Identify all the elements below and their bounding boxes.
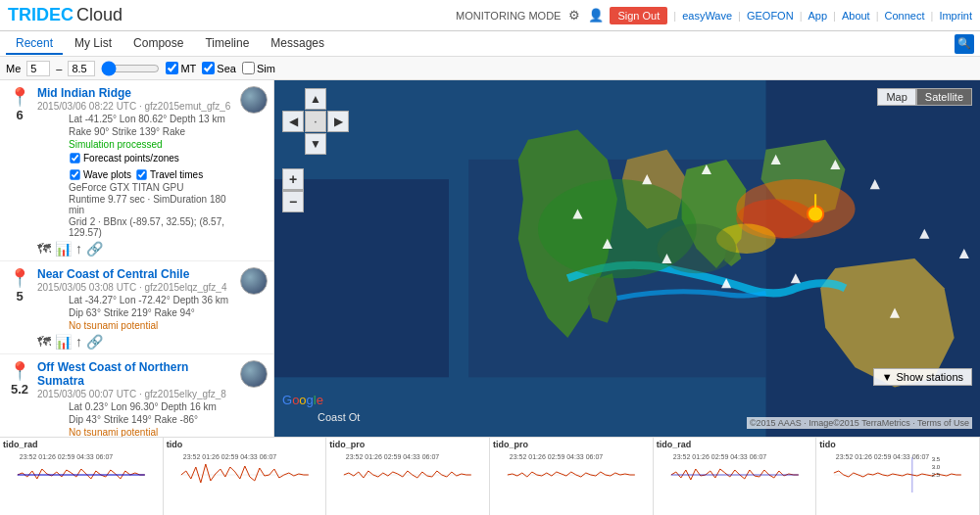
chart-svg-5: 23:52 01:26 02:59 04:33 06:07 [657, 449, 813, 500]
chart-2: tido 23:52 01:26 02:59 04:33 06:07 [164, 438, 327, 515]
logo-tridec: TRIDEC [8, 5, 74, 25]
chart-4: tido_pro 23:52 01:26 02:59 04:33 06:07 [490, 438, 654, 515]
nav-right-btn[interactable]: ▶ [327, 111, 349, 132]
event-detail-dip-3: Dip 43° Strike 149° Rake -86° [69, 414, 232, 425]
check-forecast-1[interactable]: Forecast points/zones [69, 152, 179, 164]
logo: TRIDEC Cloud [8, 5, 122, 25]
action-link-1[interactable]: 🔗 [86, 241, 103, 257]
mag-label-1: 6 [6, 108, 33, 122]
svg-text:3.5: 3.5 [932, 456, 941, 462]
mag-max-input[interactable] [68, 61, 95, 76]
sim-info-gpu-1: GeForce GTX TITAN GPU [69, 182, 232, 193]
pin-icon-3: 📍 [9, 360, 30, 382]
svg-text:23:52  01:26  02:59  04:33  06: 23:52 01:26 02:59 04:33 06:07 [510, 453, 603, 460]
connect-link[interactable]: Connect [885, 10, 925, 22]
map-type-map-btn[interactable]: Map [877, 88, 915, 106]
action-arrow-1[interactable]: ↑ [75, 241, 82, 257]
nav-up-btn[interactable]: ▲ [305, 88, 326, 110]
left-panel: 📍 6 Mid Indian Ridge 2015/03/06 08:22 UT… [0, 80, 274, 437]
check-wave-1[interactable]: Wave plots [69, 168, 131, 181]
about-link[interactable]: About [842, 10, 870, 22]
pin-icon-2: 📍 [9, 267, 30, 289]
filter-sim[interactable]: Sim [242, 62, 275, 74]
event-detail-dip-1: Rake 90° Strike 139° Rake [69, 126, 232, 137]
action-link-2[interactable]: 🔗 [86, 334, 103, 350]
event-detail-loc-3: Lat 0.23° Lon 96.30° Depth 16 km [69, 401, 232, 412]
navbar: Recent My List Compose Timeline Messages… [0, 31, 980, 57]
map-type-satellite-btn[interactable]: Satellite [916, 88, 972, 106]
tab-messages[interactable]: Messages [261, 33, 334, 55]
nav-down-btn[interactable]: ▼ [305, 133, 326, 155]
zoom-out-btn[interactable]: − [282, 191, 304, 212]
tab-mylist[interactable]: My List [65, 33, 122, 55]
pin-icon-1: 📍 [9, 86, 30, 108]
logo-cloud: Cloud [76, 5, 122, 25]
action-map-1[interactable]: 🗺 [37, 241, 51, 257]
gear-icon[interactable]: ⚙ [566, 8, 582, 23]
bottom-charts: tido_rad 23:52 01:26 02:59 04:33 06:07 t… [0, 437, 980, 515]
tab-timeline[interactable]: Timeline [195, 33, 259, 55]
globe-icon-2 [240, 267, 268, 295]
event-detail-loc-2: Lat -34.27° Lon -72.42° Depth 36 km [69, 295, 232, 305]
chart-title-3: tido_pro [329, 440, 486, 449]
mag-min-input[interactable] [26, 61, 50, 76]
nav-center-btn[interactable]: · [305, 111, 326, 132]
tab-compose[interactable]: Compose [123, 33, 193, 55]
svg-text:23:52  01:26  02:59  04:33  06: 23:52 01:26 02:59 04:33 06:07 [673, 453, 766, 460]
svg-text:2.5: 2.5 [932, 472, 941, 478]
tab-recent[interactable]: Recent [6, 33, 63, 55]
filter-sea[interactable]: Sea [202, 62, 236, 74]
svg-text:3.0: 3.0 [932, 464, 941, 470]
sign-out-button[interactable]: Sign Out [610, 7, 667, 24]
chart-3: tido_pro 23:52 01:26 02:59 04:33 06:07 [326, 438, 490, 515]
imprint-link[interactable]: Imprint [939, 10, 972, 22]
action-chart-1[interactable]: 📊 [55, 241, 72, 257]
header-sep: | [673, 10, 676, 22]
event-status-2: No tsunami potential [69, 320, 232, 331]
show-stations-label: Show stations [897, 371, 963, 383]
range-sep: – [56, 63, 62, 74]
zoom-in-btn[interactable]: + [282, 168, 304, 190]
chart-title-2: tido [167, 440, 323, 449]
chart-title-5: tido_rad [657, 440, 813, 449]
action-chart-2[interactable]: 📊 [55, 334, 72, 350]
event-datetime-1: 2015/03/06 08:22 UTC · gfz2015emut_gfz_6 [37, 101, 232, 112]
main-content: 📍 6 Mid Indian Ridge 2015/03/06 08:22 UT… [0, 80, 980, 437]
map-navigation: ▲ ◀ · ▶ ▼ [282, 88, 349, 155]
stations-checkbox: ▼ [882, 371, 893, 383]
event-title-3[interactable]: Off West Coast of Northern Sumatra [37, 360, 232, 388]
mag-slider[interactable] [101, 63, 160, 74]
show-stations-toggle[interactable]: ▼ Show stations [873, 368, 972, 386]
svg-text:23:52  01:26  02:59  04:33  06: 23:52 01:26 02:59 04:33 06:07 [20, 453, 113, 460]
geofon-link[interactable]: GEOFON [747, 10, 794, 22]
event-title-2[interactable]: Near Coast of Central Chile [37, 267, 232, 281]
mag-label-3: 5.2 [6, 382, 33, 397]
user-icon[interactable]: 👤 [588, 8, 604, 23]
event-item-3: 📍 5.2 Off West Coast of Northern Sumatra… [0, 354, 273, 437]
check-travel-1[interactable]: Travel times [135, 168, 203, 181]
easywave-link[interactable]: easyWave [682, 10, 732, 22]
filterbar: Me – MT Sea Sim [0, 57, 980, 80]
action-map-2[interactable]: 🗺 [37, 334, 51, 350]
event-status-1: Simulation processed [69, 139, 232, 150]
action-arrow-2[interactable]: ↑ [75, 334, 82, 350]
globe-icon-3 [240, 360, 268, 388]
event-detail-loc-1: Lat -41.25° Lon 80.62° Depth 13 km [69, 114, 232, 124]
nav-left-btn[interactable]: ◀ [282, 111, 304, 132]
svg-text:23:52  01:26  02:59  04:33  06: 23:52 01:26 02:59 04:33 06:07 [836, 453, 929, 460]
search-button[interactable]: 🔍 [955, 34, 974, 54]
chart-5: tido_rad 23:52 01:26 02:59 04:33 06:07 [654, 438, 817, 515]
chart-svg-2: 23:52 01:26 02:59 04:33 06:07 [167, 449, 323, 500]
event-datetime-2: 2015/03/05 03:08 UTC · gfz2015elqz_gfz_4 [37, 282, 232, 293]
app-link[interactable]: App [808, 10, 827, 22]
svg-text:23:52  01:26  02:59  04:33  06: 23:52 01:26 02:59 04:33 06:07 [183, 453, 276, 460]
event-actions-1: 🗺 📊 ↑ 🔗 [37, 241, 268, 257]
event-actions-2: 🗺 📊 ↑ 🔗 [37, 334, 268, 350]
filter-mt[interactable]: MT [166, 62, 196, 74]
chart-title-6: tido [819, 440, 976, 449]
event-title-1[interactable]: Mid Indian Ridge [37, 86, 232, 100]
chart-1: tido_rad 23:52 01:26 02:59 04:33 06:07 [0, 438, 164, 515]
map-area[interactable]: ▲ ◀ · ▶ ▼ + − Map Satellite ▼ Show stati… [274, 80, 980, 437]
map-attribution: ©2015 AAAS · Image©2015 TerraMetrics · T… [747, 417, 972, 429]
chart-6: tido 23:52 01:26 02:59 04:33 06:07 3.5 3… [816, 438, 980, 515]
